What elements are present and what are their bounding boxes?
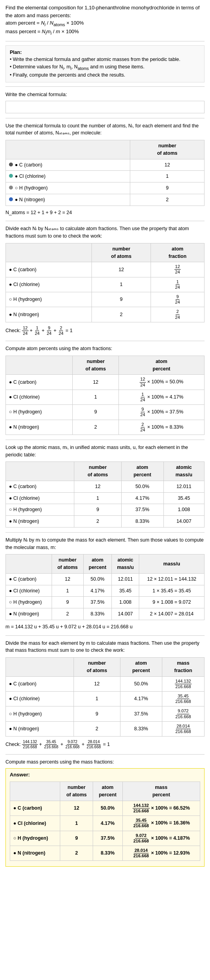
frac-n-atoms: 2	[92, 307, 151, 322]
pct-n: 224 × 100% = 8.33%	[118, 420, 204, 435]
mass-calc-table: numberof atoms atompercent atomicmass/u …	[5, 554, 205, 620]
header-section: Find the elemental composition for 1,10-…	[5, 4, 205, 36]
col-num-atoms: numberof atoms	[130, 140, 205, 159]
plan-step-1: Write the chemical formula and gather at…	[10, 56, 200, 63]
mass-element-c: ● C (carbon)	[6, 481, 74, 492]
table-row: ● Cl (chlorine) 1 4.17% 35.45216.668	[6, 692, 205, 706]
mass-h-atoms: 9	[74, 504, 121, 516]
look-up-label: Look up the atomic mass, mᵢ, in unified …	[5, 444, 205, 459]
table-row: ● C (carbon) 12 50.0% 144.132216.668	[6, 676, 205, 691]
dot-n	[9, 197, 13, 201]
pct-cl: 124 × 100% = 4.17%	[118, 390, 204, 404]
frac-c: 1224	[151, 262, 204, 277]
mcalc-h-atoms: 9	[52, 597, 83, 608]
frac-element-cl: ● Cl (chlorine)	[6, 277, 92, 292]
mpct-h: 9.072216.668 × 100% = 4.187%	[122, 831, 200, 846]
mcalc-n-pct: 8.33%	[83, 608, 112, 620]
table-row: ○ H (hydrogen) 9 37.5% 9.072216.668	[6, 706, 205, 721]
mfrac-n-atoms: 2	[74, 721, 120, 736]
col-element-2	[6, 243, 92, 262]
mass-fractions-table: numberof atoms atompercent massfraction …	[5, 657, 205, 737]
mcalc-element-h: ○ H (hydrogen)	[6, 597, 52, 608]
plan-section: Plan: Write the chemical formula and gat…	[5, 45, 205, 82]
table-row: ● N (nitrogen) 2 8.33% 28.014216.668	[6, 721, 205, 736]
answer-label: Answer:	[10, 771, 200, 779]
mpct-n: 28.014216.668 × 100% = 12.93%	[122, 846, 200, 861]
mpct-element-h: ○ H (hydrogen)	[10, 831, 60, 846]
mcalc-cl-atoms: 1	[52, 585, 83, 597]
frac-h-atoms: 9	[92, 292, 151, 307]
check-mass: Check: 144.132216.668 + 35.45216.668 + 9…	[5, 740, 205, 749]
mass-c-atoms: 12	[74, 481, 121, 492]
mfrac-c-atoms: 12	[74, 676, 120, 691]
pct-element-cl: ● Cl (chlorine)	[6, 390, 73, 404]
mpct-element-n: ● N (nitrogen)	[10, 846, 60, 861]
mass-percents-table: numberof atoms atompercent masspercent ●…	[10, 781, 200, 861]
col-atomic-mass: atomicmass/u	[163, 462, 204, 481]
mcalc-element-n: ● N (nitrogen)	[6, 608, 52, 620]
mfrac-cl: 35.45216.668	[162, 692, 204, 706]
col-mass-fraction: massfraction	[162, 658, 204, 677]
col-mass-u: mass/u	[139, 554, 205, 574]
h-num-atoms: 9	[130, 182, 205, 194]
mpct-cl-pct: 4.17%	[93, 816, 122, 831]
divide-mass-label: Divide the mass for each element by m to…	[5, 640, 205, 655]
cl-num-atoms: 1	[130, 171, 205, 182]
pct-h: 924 × 100% = 37.5%	[118, 405, 204, 420]
mass-cl-u: 35.45	[163, 492, 204, 504]
atomic-masses-table: numberof atoms atompercent atomicmass/u …	[5, 461, 205, 528]
col-element-4	[6, 462, 74, 481]
mpct-n-pct: 8.33%	[93, 846, 122, 861]
col-element-6	[6, 658, 74, 677]
col-mass-percent: masspercent	[122, 782, 200, 801]
mass-n-u: 14.007	[163, 516, 204, 528]
frac-element-c: ● C (carbon)	[6, 262, 92, 277]
formula-input-box[interactable]	[5, 101, 205, 113]
mass-percent-formula: mass percent = Nimi / m × 100%	[5, 28, 205, 36]
mpct-element-c: ● C (carbon)	[10, 801, 60, 815]
col-num-atoms-7: numberof atoms	[60, 782, 93, 801]
divide-label: Divide each Nᵢ by Nₐₜₒₘₛ to calculate at…	[5, 225, 205, 240]
pct-element-h: ○ H (hydrogen)	[6, 405, 73, 420]
mfrac-cl-pct: 4.17%	[120, 692, 162, 706]
table-row: ● Cl (chlorine) 1 4.17% 35.45 1 × 35.45 …	[6, 585, 205, 597]
multiply-mass-section: Multiply Nᵢ by mᵢ to compute the mass fo…	[5, 536, 205, 631]
compute-mass-percents-label: Compute mass percents using the mass fra…	[5, 758, 205, 766]
element-n: ● N (nitrogen)	[6, 194, 130, 206]
plan-list: Write the chemical formula and gather at…	[10, 56, 200, 79]
table-row: ● N (nitrogen) 2	[6, 194, 205, 206]
divider-1	[5, 41, 205, 41]
table-row: ● Cl (chlorine) 1	[6, 171, 205, 182]
mcalc-cl-pct: 4.17%	[83, 585, 112, 597]
table-row: ● C (carbon) 12 50.0% 144.132216.668 × 1…	[10, 801, 200, 815]
lookup-masses-section: Look up the atomic mass, mᵢ, in unified …	[5, 444, 205, 528]
mpct-c-atoms: 12	[60, 801, 93, 815]
mfrac-element-h: ○ H (hydrogen)	[6, 706, 74, 721]
pct-n-atoms: 2	[73, 420, 118, 435]
mpct-c-pct: 50.0%	[93, 801, 122, 815]
col-num-atoms-3: numberof atoms	[73, 356, 118, 375]
write-formula-label: Write the chemical formula:	[5, 91, 205, 98]
compute-atom-percents-label: Compute atom percents using the atom fra…	[5, 345, 205, 352]
atom-percent-formula: atom percent = Ni / Natoms × 100%	[5, 19, 205, 28]
pct-c: 1224 × 100% = 50.0%	[118, 375, 204, 390]
table-row: ● N (nitrogen) 2 8.33% 14.007 2 × 14.007…	[6, 608, 205, 620]
mass-c-pct: 50.0%	[121, 481, 163, 492]
mcalc-n-mass: 2 × 14.007 = 28.014	[139, 608, 205, 620]
element-h: ○ H (hydrogen)	[6, 182, 130, 194]
mpct-cl-atoms: 1	[60, 816, 93, 831]
col-atom-percent-3: atompercent	[83, 554, 112, 574]
table-row: ● N (nitrogen) 2 8.33% 28.014216.668 × 1…	[10, 846, 200, 861]
mcalc-n-atoms: 2	[52, 608, 83, 620]
atom-fractions-section: Divide each Nᵢ by Nₐₜₒₘₛ to calculate at…	[5, 225, 205, 336]
element-c: ● C (carbon)	[6, 159, 130, 171]
table-row: ● C (carbon) 12 50.0% 12.011	[6, 481, 205, 492]
mpct-h-atoms: 9	[60, 831, 93, 846]
mcalc-c-mass: 12 × 12.011 = 144.132	[139, 573, 205, 585]
mfrac-element-cl: ● Cl (chlorine)	[6, 692, 74, 706]
pct-element-n: ● N (nitrogen)	[6, 420, 73, 435]
mfrac-h-pct: 37.5%	[120, 706, 162, 721]
table-row: ● Cl (chlorine) 1 4.17% 35.45	[6, 492, 205, 504]
frac-element-h: ○ H (hydrogen)	[6, 292, 92, 307]
mfrac-element-n: ● N (nitrogen)	[6, 721, 74, 736]
